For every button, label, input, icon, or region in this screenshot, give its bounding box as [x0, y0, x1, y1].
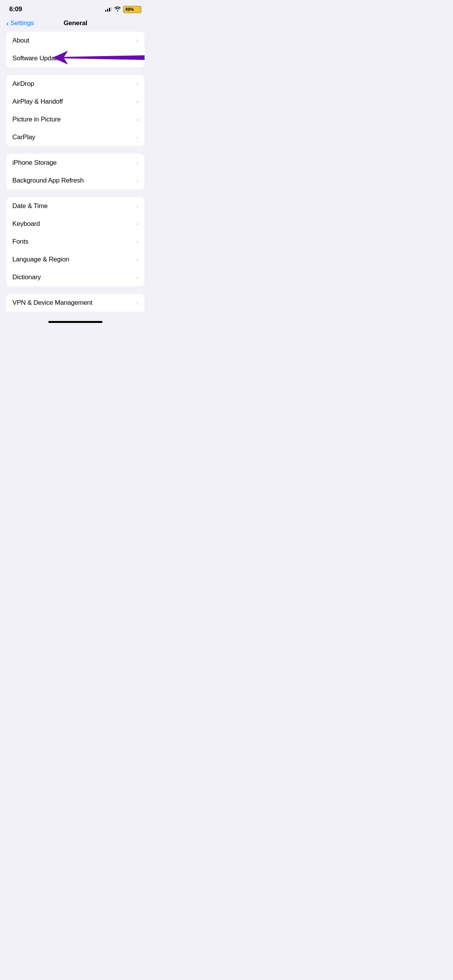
- battery-icon: 49% ⚡: [123, 6, 141, 13]
- fonts-chevron-icon: ›: [136, 239, 138, 245]
- airdrop-row[interactable]: AirDrop ›: [6, 75, 145, 93]
- background-app-refresh-chevron-icon: ›: [136, 178, 138, 184]
- airdrop-label: AirDrop: [12, 80, 34, 88]
- status-time: 6:09: [9, 5, 22, 13]
- background-app-refresh-row[interactable]: Background App Refresh ›: [6, 172, 145, 190]
- dictionary-row[interactable]: Dictionary ›: [6, 268, 145, 286]
- fonts-label: Fonts: [12, 238, 29, 246]
- back-button[interactable]: ‹ Settings: [6, 19, 34, 27]
- settings-group-3: iPhone Storage › Background App Refresh …: [6, 154, 145, 190]
- date-time-label: Date & Time: [12, 202, 48, 210]
- dictionary-chevron-icon: ›: [136, 274, 138, 280]
- airplay-handoff-row[interactable]: AirPlay & Handoff ›: [6, 93, 145, 111]
- iphone-storage-label: iPhone Storage: [12, 159, 56, 167]
- software-update-row[interactable]: Software Update ›: [6, 50, 145, 67]
- airdrop-chevron-icon: ›: [136, 81, 138, 87]
- about-chevron-icon: ›: [136, 38, 138, 44]
- battery-charging: ⚡: [134, 7, 139, 12]
- page-title: General: [63, 19, 87, 27]
- svg-marker-0: [53, 51, 145, 65]
- settings-group-1: About › Software Update ›: [6, 32, 145, 67]
- back-chevron-icon: ‹: [6, 19, 9, 27]
- language-region-row[interactable]: Language & Region ›: [6, 251, 145, 268]
- settings-group-2: AirDrop › AirPlay & Handoff › Picture in…: [6, 75, 145, 146]
- vpn-device-management-row[interactable]: VPN & Device Management ›: [6, 294, 145, 312]
- date-time-row[interactable]: Date & Time ›: [6, 197, 145, 215]
- language-region-label: Language & Region: [12, 256, 69, 263]
- back-label: Settings: [10, 19, 34, 27]
- status-icons: 49% ⚡: [105, 6, 141, 13]
- signal-icon: [105, 7, 112, 12]
- about-right: ›: [136, 38, 138, 44]
- nav-bar: ‹ Settings General: [0, 16, 151, 32]
- battery-level: 49%: [125, 7, 134, 12]
- keyboard-chevron-icon: ›: [136, 221, 138, 227]
- date-time-chevron-icon: ›: [136, 203, 138, 209]
- language-region-chevron-icon: ›: [136, 256, 138, 263]
- settings-group-4: Date & Time › Keyboard › Fonts › Languag…: [6, 197, 145, 286]
- settings-group-5-partial: VPN & Device Management ›: [6, 294, 145, 312]
- keyboard-row[interactable]: Keyboard ›: [6, 215, 145, 233]
- home-bar: [48, 321, 102, 323]
- wifi-icon: [114, 6, 121, 12]
- status-bar: 6:09 49% ⚡: [0, 0, 151, 16]
- carplay-row[interactable]: CarPlay ›: [6, 128, 145, 146]
- background-app-refresh-label: Background App Refresh: [12, 177, 84, 184]
- airplay-handoff-chevron-icon: ›: [136, 99, 138, 105]
- iphone-storage-chevron-icon: ›: [136, 160, 138, 166]
- about-row[interactable]: About ›: [6, 32, 145, 50]
- dictionary-label: Dictionary: [12, 273, 41, 281]
- picture-in-picture-row[interactable]: Picture in Picture ›: [6, 111, 145, 128]
- picture-in-picture-label: Picture in Picture: [12, 116, 61, 123]
- airplay-handoff-label: AirPlay & Handoff: [12, 98, 63, 106]
- iphone-storage-row[interactable]: iPhone Storage ›: [6, 154, 145, 172]
- fonts-row[interactable]: Fonts ›: [6, 233, 145, 251]
- picture-in-picture-chevron-icon: ›: [136, 116, 138, 123]
- vpn-chevron-icon: ›: [136, 300, 138, 306]
- carplay-chevron-icon: ›: [136, 134, 138, 140]
- about-label: About: [12, 37, 29, 44]
- carplay-label: CarPlay: [12, 133, 35, 141]
- annotation-arrow: [53, 50, 145, 67]
- home-indicator: [0, 315, 151, 326]
- vpn-device-management-label: VPN & Device Management: [12, 299, 92, 307]
- keyboard-label: Keyboard: [12, 220, 40, 228]
- settings-content: About › Software Update › AirDrop: [0, 32, 151, 312]
